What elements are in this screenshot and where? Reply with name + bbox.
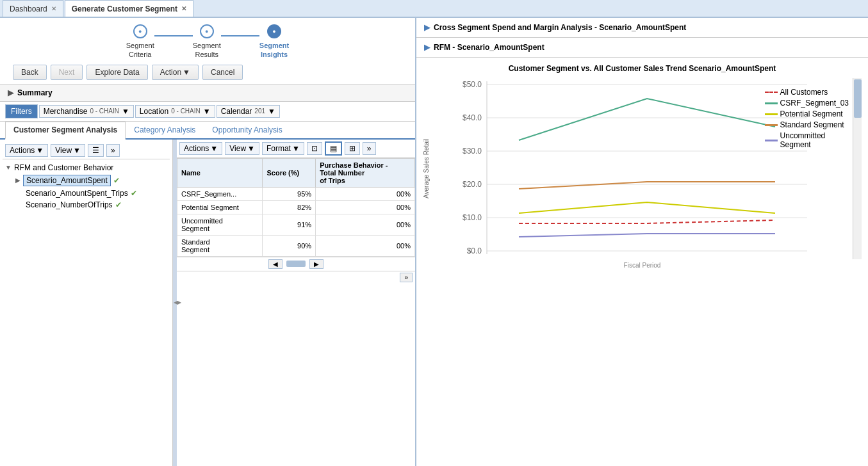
grid-footer-expand-btn[interactable]: » [400, 273, 413, 282]
summary-bar: ▶ Summary [0, 84, 415, 102]
tab-generate-segment-close[interactable]: ✕ [181, 5, 186, 12]
merchandise-value: 0 - CHAIN [90, 108, 119, 115]
tree-item-scenario1-expand-icon: ▶ [15, 177, 20, 184]
calendar-dropdown[interactable]: Calendar 201 ▼ [217, 105, 280, 118]
main-container: ● SegmentCriteria ● SegmentResults ● Seg… [0, 18, 868, 466]
grid-panel: Actions ▼ View ▼ Format ▼ ⊡ [177, 140, 415, 466]
svg-text:$0.0: $0.0 [467, 246, 482, 255]
tree-view-arrow-icon: ▼ [73, 146, 81, 155]
step-results-label: SegmentResults [193, 41, 221, 60]
row2-trips: 00% [316, 200, 415, 214]
tab-generate-segment[interactable]: Generate Customer Segment ✕ [65, 0, 193, 17]
tree-item-scenario2[interactable]: Scenario_AmountSpent_Trips ✔ [3, 188, 170, 199]
calendar-label: Calendar [221, 107, 252, 116]
legend-csrf-label: CSRF_Segment_03 [780, 99, 849, 108]
col-name-header: Name [177, 158, 263, 187]
action-button[interactable]: Action ▼ [152, 65, 199, 80]
tree-item-rfm[interactable]: ▼ RFM and Customer Behavior [3, 162, 170, 173]
merchandise-dropdown[interactable]: Merchandise 0 - CHAIN ▼ [39, 105, 134, 118]
uncommitted-segment-line [519, 234, 775, 237]
chart-y-label: Average Sales Retail [423, 78, 430, 259]
grid-actions-arrow-icon: ▼ [210, 144, 218, 153]
legend-standard-line [765, 124, 778, 126]
grid-format-button[interactable]: Format ▼ [262, 142, 304, 155]
chart-x-label: Fiscal Period [423, 262, 862, 269]
scroll-left-btn[interactable]: ◀ [268, 259, 283, 269]
tab-dashboard-close[interactable]: ✕ [51, 5, 56, 12]
tree-view-label: View [55, 146, 72, 155]
chart-scrollbar[interactable] [853, 78, 862, 259]
back-button[interactable]: Back [13, 65, 47, 80]
step-insights: ● SegmentInsights [259, 24, 289, 60]
summary-label: Summary [17, 88, 53, 97]
tab-bar: Dashboard ✕ Generate Customer Segment ✕ [0, 0, 868, 18]
csrf-segment-line [519, 99, 775, 140]
grid-view-toggle-icon: ▤ [330, 144, 337, 153]
action-button-group: Action ▼ [152, 65, 199, 80]
step-results-circle: ● [200, 24, 214, 38]
wizard-steps: ● SegmentCriteria ● SegmentResults ● Seg… [0, 18, 415, 61]
next-button[interactable]: Next [51, 65, 83, 80]
step-criteria-label: SegmentCriteria [126, 41, 154, 60]
grid-export-icon-btn[interactable]: ⊡ [307, 142, 322, 155]
tab-category-analysis[interactable]: Category Analysis [126, 122, 204, 138]
grid-expand-btn[interactable]: » [363, 142, 376, 155]
legend-standard: Standard Segment [765, 120, 849, 129]
tree-expand-icon-btn[interactable]: » [106, 144, 120, 157]
tab-dashboard[interactable]: Dashboard ✕ [3, 0, 63, 17]
section1-arrow-icon: ▶ [424, 23, 430, 32]
grid-view-label: View [229, 144, 246, 153]
tree-item-scenario1[interactable]: ▶ Scenario_AmountSpent ✔ [3, 173, 170, 188]
legend-uncommitted: UncommittedSegment [765, 131, 849, 149]
summary-arrow-icon: ▶ [8, 88, 13, 97]
section1-label: Cross Segment Spend and Margin Analysis … [434, 23, 686, 32]
section-header-2[interactable]: ▶ RFM - Scenario_AmountSpent [416, 38, 868, 58]
tree-item-scenario3[interactable]: Scenario_NumberOfTrips ✔ [3, 199, 170, 211]
grid-view-arrow-icon: ▼ [247, 144, 255, 153]
scroll-right-btn[interactable]: ▶ [309, 259, 323, 269]
tree-list-icon-btn[interactable]: ☰ [88, 144, 104, 157]
location-dropdown[interactable]: Location 0 - CHAIN ▼ [135, 105, 215, 118]
tree-root: ▼ RFM and Customer Behavior ▶ Scenario_A… [3, 162, 170, 211]
action-dropdown-arrow: ▼ [183, 68, 190, 77]
step-line-2 [221, 35, 259, 36]
grid-chart-icon-btn[interactable]: ⊞ [345, 142, 360, 155]
location-value: 0 - CHAIN [171, 108, 201, 115]
row3-name: UncommittedSegment [177, 214, 263, 235]
grid-view-button[interactable]: View ▼ [225, 142, 259, 155]
tree-item-scenario3-label: Scenario_NumberOfTrips [26, 200, 113, 209]
legend-uncommitted-line [765, 140, 778, 141]
grid-format-label: Format [266, 144, 291, 153]
calendar-arrow-icon: ▼ [268, 107, 275, 116]
merchandise-arrow-icon: ▼ [122, 107, 129, 116]
filters-row: Filters Merchandise 0 - CHAIN ▼ Location… [0, 102, 415, 122]
grid-actions-button[interactable]: Actions ▼ [179, 142, 222, 155]
right-panel: ▶ Cross Segment Spend and Margin Analysi… [416, 18, 868, 466]
tree-view-button[interactable]: View ▼ [51, 144, 85, 157]
legend-csrf-line [765, 102, 778, 104]
svg-text:$40.0: $40.0 [463, 113, 482, 122]
content-area: Actions ▼ View ▼ ☰ » [0, 140, 415, 466]
tree-actions-button[interactable]: Actions ▼ [5, 144, 48, 157]
tab-opportunity-analysis[interactable]: Opportunity Analysis [204, 122, 290, 138]
chart-title: Customer Segment vs. All Customer Sales … [423, 64, 862, 73]
table-row: StandardSegment 90% 00% [177, 235, 415, 256]
scroll-thumb[interactable] [286, 261, 306, 267]
grid-view-toggle-btn[interactable]: ▤ [325, 141, 342, 156]
tree-panel: Actions ▼ View ▼ ☰ » [0, 140, 173, 466]
grid-export-icon: ⊡ [311, 144, 318, 153]
legend-csrf: CSRF_Segment_03 [765, 99, 849, 108]
explore-data-button[interactable]: Explore Data [86, 65, 147, 80]
tab-customer-segment-analysis[interactable]: Customer Segment Analysis [5, 122, 126, 140]
section-header-1[interactable]: ▶ Cross Segment Spend and Margin Analysi… [416, 18, 868, 38]
cancel-button[interactable]: Cancel [202, 65, 243, 80]
location-arrow-icon: ▼ [203, 107, 211, 116]
step-line-1 [154, 35, 193, 36]
chart-container: Customer Segment vs. All Customer Sales … [416, 58, 868, 466]
action-button-label: Action [160, 68, 181, 77]
tree-actions-label: Actions [10, 146, 35, 155]
row2-name: Potential Segment [177, 200, 263, 214]
chart-scrollbar-thumb[interactable] [854, 79, 862, 118]
tree-item-scenario1-label[interactable]: Scenario_AmountSpent [23, 175, 111, 186]
filter-tab-filters[interactable]: Filters [5, 104, 38, 118]
